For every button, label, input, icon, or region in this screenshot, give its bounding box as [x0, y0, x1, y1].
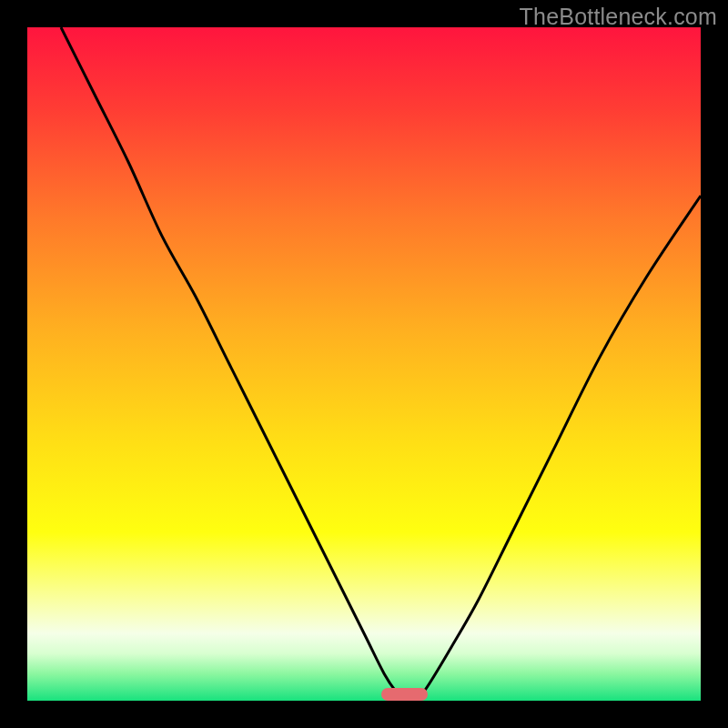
plot-area — [27, 27, 701, 701]
watermark-text: TheBottleneck.com — [520, 4, 717, 30]
bottleneck-curve — [27, 27, 701, 701]
right-curve-path — [418, 196, 701, 701]
chart-frame: TheBottleneck.com — [0, 0, 728, 728]
left-curve-path — [61, 27, 404, 701]
optimum-marker — [381, 688, 429, 701]
